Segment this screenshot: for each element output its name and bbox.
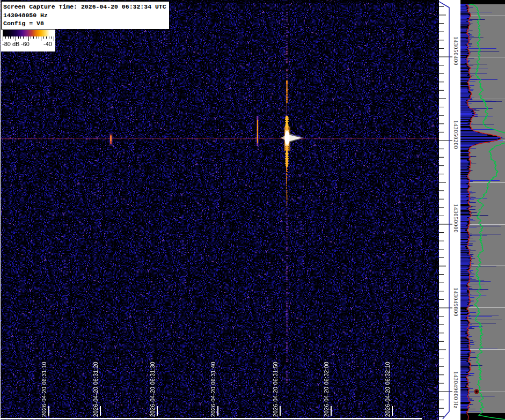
time-label: 2026-04-20 06:31:50	[272, 362, 279, 417]
legend-tick	[13, 36, 13, 39]
legend-tick	[33, 36, 34, 39]
time-tick	[48, 406, 49, 416]
legend-tick	[31, 36, 31, 39]
legend-tick	[51, 36, 52, 39]
time-label: 2026-04-20 06:31:20	[92, 362, 99, 417]
legend-tick	[10, 36, 11, 39]
spectrogram-app: 2026-04-20 06:31:102026-04-20 06:31:2020…	[0, 0, 505, 420]
legend-tick	[41, 36, 41, 41]
frequency-scale[interactable]: 1430504001430502001430500001430498001430…	[439, 0, 460, 420]
frequency-label: 143050200	[453, 120, 459, 149]
time-label: 2026-04-20 06:31:30	[149, 362, 156, 417]
legend-tick	[16, 36, 16, 41]
legend-tick	[23, 36, 24, 39]
time-tick	[217, 406, 218, 416]
legend-tick	[18, 36, 19, 39]
time-tick	[331, 406, 332, 416]
frequency-label: 143050400	[453, 36, 459, 65]
legend-tick	[8, 36, 9, 39]
capture-info-box: Screen Capture Time: 2026-04-20 06:32:34…	[1, 1, 170, 30]
capture-frequency-text: 143048050 Hz	[3, 11, 167, 20]
legend-tick	[54, 36, 54, 41]
legend-tick	[36, 36, 36, 39]
time-tick	[100, 406, 101, 416]
legend-tick	[49, 36, 49, 39]
config-text: Config = V8	[3, 19, 167, 28]
legend-tick	[20, 36, 21, 39]
legend-db-label: -40	[43, 41, 52, 47]
color-scale-legend: -80 dB-60-40	[1, 30, 55, 51]
left-border-line	[0, 0, 1, 420]
time-label: 2026-04-20 06:31:10	[41, 362, 47, 417]
frequency-label: 143049600	[453, 371, 459, 400]
frequency-label: 143050000	[453, 204, 459, 233]
time-tick	[157, 406, 158, 416]
legend-tick	[5, 36, 6, 39]
legend-db-labels: -80 dB-60-40	[1, 41, 55, 49]
spectrum-panel[interactable]	[460, 0, 505, 420]
time-label: 2026-04-20 06:31:40	[210, 362, 216, 417]
legend-tick	[28, 36, 29, 41]
capture-time-text: Screen Capture Time: 2026-04-20 06:32:34…	[3, 3, 167, 11]
time-tick	[392, 406, 393, 416]
legend-db-label: -80 dB	[2, 41, 19, 47]
time-tick	[280, 406, 281, 416]
scale-bracket-line	[439, 2, 449, 419]
time-label: 2026-04-20 06:32:00	[323, 362, 330, 417]
legend-tick	[26, 36, 26, 39]
waterfall-spectrogram[interactable]	[0, 0, 439, 420]
legend-tick	[43, 36, 44, 39]
legend-tick	[3, 36, 3, 41]
time-label: 2026-04-20 06:32:10	[384, 362, 391, 417]
frequency-unit-label: Hz	[453, 401, 459, 409]
legend-db-label: -60	[21, 41, 30, 47]
legend-tick	[39, 36, 39, 39]
bottom-border-line	[0, 418, 422, 419]
frequency-label: 143049800	[453, 288, 459, 316]
legend-tick	[46, 36, 47, 39]
color-gradient-bar	[3, 30, 54, 36]
